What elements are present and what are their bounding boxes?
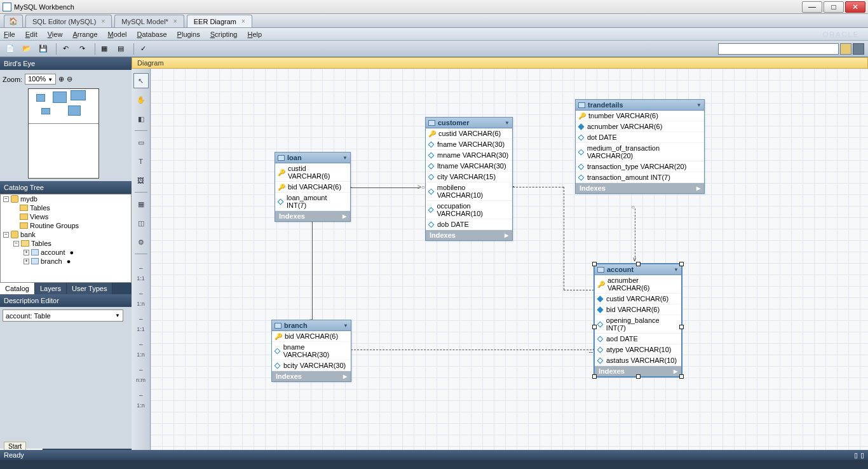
column-icon (578, 174, 585, 180)
home-tab[interactable]: 🏠 (4, 15, 23, 27)
menu-help[interactable]: Help (248, 31, 262, 38)
layer-tool-icon[interactable]: ▭ (133, 135, 149, 150)
rel-1-1-id-tool-icon[interactable]: ⎯ (133, 309, 149, 324)
menu-edit[interactable]: Edit (25, 31, 37, 38)
table-icon (31, 249, 39, 255)
eraser-tool-icon[interactable]: ◧ (133, 111, 149, 126)
column-icon (578, 149, 585, 155)
expand-icon[interactable]: + (24, 250, 29, 255)
app-title: MySQL Workbench (14, 3, 74, 11)
collapse-icon[interactable]: − (3, 232, 9, 238)
entity-account[interactable]: account▼ 🔑acnumber VARCHAR(6) custid VAR… (594, 264, 682, 377)
menu-plugins[interactable]: Plugins (177, 31, 200, 38)
column-icon (597, 336, 604, 342)
zoom-in-icon[interactable]: ⊕ (58, 75, 64, 83)
relation-line (564, 290, 594, 290)
undo-icon[interactable]: ↶ (59, 43, 72, 55)
table-icon (278, 155, 285, 161)
rel-1-n-nonid-tool-icon[interactable]: ⎯ (133, 385, 149, 400)
toggle-panel-icon[interactable] (853, 43, 864, 55)
column-icon (597, 357, 604, 364)
menu-view[interactable]: View (48, 31, 63, 38)
save-icon[interactable]: 💾 (37, 43, 50, 55)
search-button-icon[interactable] (840, 43, 851, 55)
search-input[interactable] (718, 43, 839, 55)
relation-line (351, 350, 595, 350)
menu-scripting[interactable]: Scripting (210, 31, 238, 38)
routine-tool-icon[interactable]: ⚙ (133, 234, 149, 250)
resize-handle[interactable] (636, 262, 641, 266)
menu-arrange[interactable]: Arrange (72, 31, 97, 38)
pointer-tool-icon[interactable]: ↖ (133, 73, 149, 88)
canvas-tab-diagram[interactable]: Diagram (132, 57, 868, 69)
rel-1-n-tool-icon[interactable]: ⎯ (133, 283, 149, 299)
hand-tool-icon[interactable]: ✋ (133, 92, 149, 107)
rel-n-m-tool-icon[interactable]: ⎯ (133, 360, 149, 375)
catalog-tree[interactable]: −mydb Tables Views Routine Groups −bank … (0, 194, 132, 283)
column-icon (578, 134, 585, 140)
tab-catalog[interactable]: Catalog (0, 283, 35, 294)
new-document-icon[interactable]: 📄 (4, 43, 17, 55)
relation-line (351, 187, 419, 188)
chevron-down-icon: ▼ (342, 155, 348, 161)
table-tool-icon[interactable]: ▦ (133, 196, 149, 212)
menu-model[interactable]: Model (108, 31, 127, 38)
fk-icon (597, 296, 604, 302)
collapse-icon[interactable]: − (13, 241, 19, 247)
zoom-select[interactable]: 100%▼ (25, 74, 56, 85)
zoom-out-icon[interactable]: ⊖ (67, 75, 72, 83)
close-icon[interactable]: × (241, 18, 245, 25)
chevron-down-icon: ▼ (696, 102, 702, 108)
close-button[interactable]: ✕ (845, 1, 865, 13)
validate-icon[interactable]: ✓ (137, 43, 149, 55)
resize-handle[interactable] (592, 262, 597, 266)
birdseye-panel: Zoom: 100%▼ ⊕ ⊖ (0, 70, 132, 181)
resize-handle[interactable] (592, 374, 597, 379)
redo-icon[interactable]: ↷ (76, 43, 88, 55)
text-tool-icon[interactable]: T (133, 154, 149, 169)
collapse-icon[interactable]: − (3, 196, 9, 202)
tab-mysql-model[interactable]: MySQL Model*× (114, 15, 184, 27)
status-ready: Ready (4, 451, 24, 459)
resize-handle[interactable] (679, 325, 684, 329)
grid-icon[interactable]: ▦ (98, 43, 111, 55)
view-tool-icon[interactable]: ◫ (133, 215, 149, 231)
chevron-right-icon: ▶ (342, 214, 346, 219)
resize-handle[interactable] (636, 374, 641, 379)
rel-1-1-tool-icon[interactable]: ⎯ (133, 258, 149, 273)
tab-sql-editor[interactable]: SQL Editor (MySQL)× (25, 15, 112, 27)
table-icon (31, 258, 39, 264)
fk-icon (597, 306, 604, 313)
rel-1-n-id-tool-icon[interactable]: ⎯ (133, 334, 149, 350)
entity-branch[interactable]: branch▼ 🔑bid VARCHAR(6) bname VARCHAR(30… (271, 320, 351, 382)
image-tool-icon[interactable]: 🖼 (133, 173, 149, 188)
birdseye-header: Bird's Eye (0, 57, 132, 70)
minimap[interactable] (28, 88, 99, 179)
window-buttons: — □ ✕ (801, 1, 865, 13)
database-icon (11, 231, 18, 238)
entity-customer[interactable]: customer▼ 🔑custid VARCHAR(6) fname VARCH… (425, 117, 513, 241)
menu-database[interactable]: Database (137, 31, 166, 38)
tab-eer-diagram[interactable]: EER Diagram× (187, 15, 252, 27)
chevron-down-icon: ▼ (674, 267, 679, 273)
resize-handle[interactable] (679, 374, 684, 379)
brand-label: ORACLE (823, 31, 864, 38)
maximize-button[interactable]: □ (824, 1, 844, 13)
tab-usertypes[interactable]: User Types (67, 283, 112, 294)
sidebar: Bird's Eye Zoom: 100%▼ ⊕ ⊖ Catalog Tree … (0, 57, 132, 460)
tab-layers[interactable]: Layers (35, 283, 67, 294)
minimize-button[interactable]: — (802, 1, 822, 13)
close-icon[interactable]: × (101, 18, 105, 25)
entity-trandetails[interactable]: trandetails▼ 🔑tnumber VARCHAR(6) acnumbe… (575, 99, 705, 194)
diagram-canvas[interactable]: ⊢ >○ ∧ ○ ○⊢ ○ ∨ ○ ⎯< loan▼ 🔑custid VAR (151, 69, 868, 460)
align-icon[interactable]: ▤ (114, 43, 127, 55)
entity-loan[interactable]: loan▼ 🔑custid VARCHAR(6) 🔑bid VARCHAR(6)… (275, 152, 351, 222)
expand-icon[interactable]: + (24, 259, 29, 264)
menu-file[interactable]: File (4, 31, 15, 38)
close-icon[interactable]: × (173, 18, 177, 25)
open-folder-icon[interactable]: 📂 (20, 43, 33, 55)
resize-handle[interactable] (592, 325, 597, 329)
description-select[interactable]: account: Table▼ (3, 309, 123, 322)
resize-handle[interactable] (679, 262, 684, 266)
database-icon (11, 195, 18, 203)
